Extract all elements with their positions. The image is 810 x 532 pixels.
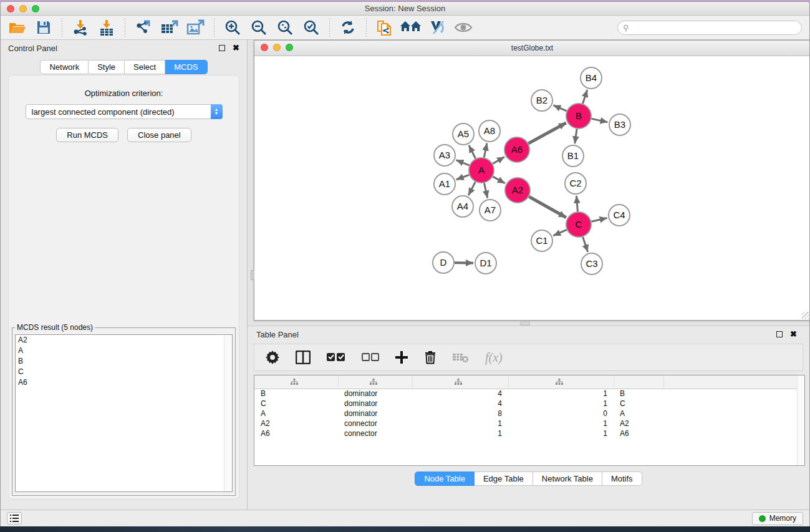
add-icon[interactable]	[395, 351, 408, 364]
node-D[interactable]: D	[433, 252, 454, 273]
cell-MCDS-role[interactable]: dominator	[338, 399, 412, 409]
tab-edge-table[interactable]: Edge Table	[475, 472, 533, 486]
zoom-out-icon[interactable]	[247, 17, 271, 37]
cell-name[interactable]: B	[614, 389, 663, 399]
table-row[interactable]: Adominator80A	[254, 409, 797, 418]
cell-successor-nodes[interactable]: 4	[412, 399, 508, 409]
cell-shared-name[interactable]: A2	[254, 418, 338, 428]
cell-MCDS-role[interactable]: connector	[338, 418, 412, 428]
column-header-name[interactable]	[614, 375, 663, 389]
float-panel-icon[interactable]	[219, 45, 225, 51]
edge-A2-C[interactable]	[529, 196, 566, 217]
mcds-result-item[interactable]: B	[16, 356, 232, 367]
cell-successor-nodes[interactable]: 8	[412, 409, 508, 418]
cell-predecessor-nodes[interactable]: 1	[508, 399, 614, 409]
node-C2[interactable]: C2	[565, 173, 586, 194]
edge-C-C2[interactable]	[577, 196, 578, 211]
edge-A-A6[interactable]	[493, 157, 504, 164]
column-header-MCDS-role[interactable]	[338, 375, 412, 389]
import-table-icon[interactable]	[95, 17, 118, 37]
close-panel-button[interactable]: Close panel	[127, 128, 191, 142]
export-table-icon[interactable]	[158, 17, 181, 37]
cell-name[interactable]: C	[614, 399, 663, 409]
export-image-icon[interactable]	[184, 17, 208, 37]
edge-C-C3[interactable]	[583, 237, 588, 252]
float-table-panel-icon[interactable]	[776, 331, 783, 337]
zoom-selected-icon[interactable]	[299, 17, 323, 37]
trash-icon[interactable]	[424, 351, 436, 364]
eye-icon[interactable]	[451, 17, 475, 37]
zoom-network-window-button[interactable]	[286, 44, 293, 51]
mcds-result-list[interactable]: A2ABCA6	[15, 334, 233, 492]
tab-mcds[interactable]: MCDS	[165, 60, 207, 74]
minimize-window-button[interactable]	[19, 5, 27, 12]
node-D1[interactable]: D1	[475, 253, 496, 274]
window-resize-grip[interactable]	[802, 312, 809, 319]
close-network-window-button[interactable]	[261, 44, 268, 51]
edge-B-B4[interactable]	[583, 90, 587, 104]
edge-B-B2[interactable]	[553, 105, 566, 111]
edge-A-A5[interactable]	[469, 145, 476, 158]
network-canvas[interactable]: B4B2BB3B1A5A8A6A3AA1A4A7A2C2C4CC1C3DD1	[254, 57, 810, 320]
import-network-icon[interactable]	[69, 17, 92, 37]
network-window-titlebar[interactable]: testGlobe.txt	[254, 41, 810, 56]
cell-MCDS-role[interactable]: dominator	[338, 389, 412, 399]
search-input[interactable]	[617, 21, 802, 35]
table-row[interactable]: A2connector11A2	[254, 418, 797, 428]
mcds-result-item[interactable]: A	[16, 346, 232, 356]
cell-predecessor-nodes[interactable]: 1	[508, 389, 614, 399]
table-row[interactable]: A6connector11A6	[254, 428, 797, 438]
node-B[interactable]: B	[566, 104, 591, 128]
edge-A-A1[interactable]	[456, 175, 470, 180]
gear-icon[interactable]	[266, 351, 279, 364]
houses-icon[interactable]	[399, 17, 423, 37]
cell-predecessor-nodes[interactable]: 1	[508, 428, 614, 438]
tab-motifs[interactable]: Motifs	[602, 472, 642, 486]
tab-style[interactable]: Style	[89, 60, 125, 74]
cell-MCDS-role[interactable]: connector	[338, 428, 412, 438]
select-all-icon[interactable]	[327, 352, 345, 362]
task-history-button[interactable]	[7, 512, 22, 525]
tab-node-table[interactable]: Node Table	[415, 472, 475, 486]
node-B2[interactable]: B2	[531, 90, 552, 111]
tab-network[interactable]: Network	[40, 60, 89, 74]
refresh-layout-icon[interactable]	[336, 17, 360, 37]
column-header-successor-nodes[interactable]	[412, 375, 508, 389]
cell-successor-nodes[interactable]: 1	[412, 418, 508, 428]
table-scrollbar[interactable]	[797, 375, 804, 465]
cell-successor-nodes[interactable]: 4	[412, 389, 508, 399]
edge-B-B1[interactable]	[575, 129, 577, 143]
node-A1[interactable]: A1	[434, 173, 455, 195]
node-C3[interactable]: C3	[581, 253, 602, 274]
node-A7[interactable]: A7	[480, 200, 501, 221]
node-A8[interactable]: A8	[479, 120, 500, 142]
edge-C-C4[interactable]	[591, 218, 607, 221]
close-panel-icon[interactable]: ✖	[233, 45, 239, 51]
node-B4[interactable]: B4	[581, 67, 602, 89]
mcds-result-item[interactable]: A2	[16, 335, 232, 346]
column-header-shared-name[interactable]	[254, 375, 338, 389]
vertical-splitter-handle[interactable]	[251, 270, 254, 280]
deselect-all-icon[interactable]	[362, 353, 379, 362]
cell-shared-name[interactable]: A	[254, 409, 338, 418]
tab-network-table[interactable]: Network Table	[533, 472, 602, 486]
cell-name[interactable]: A	[614, 409, 663, 418]
edge-A6-B[interactable]	[528, 123, 566, 143]
zoom-in-icon[interactable]	[221, 17, 244, 37]
node-A5[interactable]: A5	[453, 123, 474, 145]
mcds-result-item[interactable]: C	[16, 367, 232, 377]
split-view-icon[interactable]	[296, 351, 311, 364]
run-mcds-button[interactable]: Run MCDS	[56, 128, 118, 142]
cell-shared-name[interactable]: C	[254, 399, 338, 409]
cell-shared-name[interactable]: B	[254, 389, 338, 399]
memory-button[interactable]: Memory	[752, 512, 803, 525]
result-list-scrollbar[interactable]	[224, 335, 232, 491]
cell-predecessor-nodes[interactable]: 0	[508, 409, 614, 418]
edge-B-B3[interactable]	[592, 118, 608, 122]
close-table-panel-icon[interactable]: ✖	[790, 331, 797, 337]
zoom-fit-icon[interactable]	[273, 17, 297, 37]
node-A6[interactable]: A6	[504, 137, 529, 162]
node-A4[interactable]: A4	[452, 196, 473, 217]
zoom-window-button[interactable]	[32, 5, 39, 12]
save-session-icon[interactable]	[32, 17, 55, 37]
